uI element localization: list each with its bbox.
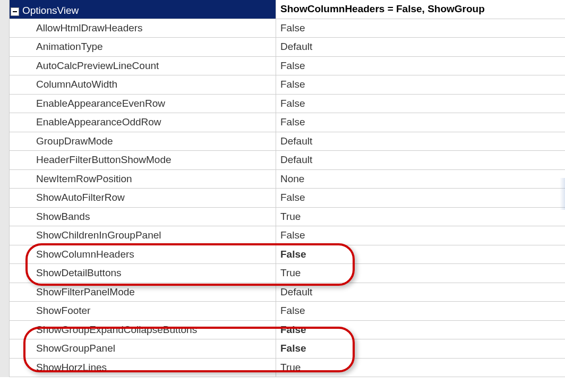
property-value: Default: [280, 41, 312, 53]
property-value-cell[interactable]: False: [276, 19, 565, 38]
category-summary: ShowColumnHeaders = False, ShowGroup: [280, 3, 485, 15]
grid-gutter: [0, 0, 10, 377]
property-name-cell: ShowColumnHeaders: [10, 245, 276, 264]
property-grid: OptionsView ShowColumnHeaders = False, S…: [0, 0, 565, 377]
property-value: False: [280, 79, 305, 90]
property-row[interactable]: ShowGroupPanelFalse: [10, 339, 565, 359]
category-name: OptionsView: [21, 5, 79, 16]
property-row[interactable]: ShowColumnHeadersFalse: [10, 245, 565, 265]
property-name: ColumnAutoWidth: [36, 79, 117, 90]
property-value-cell[interactable]: False: [276, 226, 565, 245]
property-name-cell: ShowChildrenInGroupPanel: [10, 226, 276, 245]
property-value: Default: [280, 154, 312, 166]
property-row[interactable]: GroupDrawModeDefault: [10, 132, 565, 151]
property-value: False: [280, 324, 306, 336]
property-value: False: [280, 116, 305, 128]
property-name: ShowDetailButtons: [36, 267, 122, 279]
property-value-cell[interactable]: False: [276, 339, 565, 358]
property-name: ShowHorzLines: [36, 362, 107, 373]
property-name-cell: NewItemRowPosition: [10, 170, 276, 189]
property-name-cell: AnimationType: [10, 38, 276, 56]
property-name-cell: ShowAutoFilterRow: [10, 189, 276, 207]
property-row[interactable]: EnableAppearanceOddRowFalse: [10, 113, 565, 132]
property-value-cell[interactable]: True: [276, 359, 565, 377]
property-name: HeaderFilterButtonShowMode: [36, 154, 172, 166]
property-value: False: [280, 22, 305, 34]
property-value-cell[interactable]: Default: [276, 132, 565, 151]
property-row[interactable]: ShowFooterFalse: [10, 302, 565, 321]
property-name: ShowBands: [36, 211, 90, 223]
property-value: True: [280, 362, 301, 373]
property-name: GroupDrawMode: [36, 135, 113, 147]
property-value-cell[interactable]: False: [276, 321, 565, 339]
property-name: AnimationType: [36, 41, 103, 53]
property-value: False: [280, 343, 306, 354]
property-row[interactable]: ShowBandsTrue: [10, 208, 565, 227]
category-summary-cell: ShowColumnHeaders = False, ShowGroup: [276, 0, 565, 19]
property-name-cell: EnableAppearanceEvenRow: [10, 95, 276, 113]
property-row[interactable]: EnableAppearanceEvenRowFalse: [10, 95, 565, 114]
property-value-cell[interactable]: False: [276, 95, 565, 113]
property-value: False: [280, 98, 305, 109]
property-value-cell[interactable]: False: [276, 189, 565, 207]
property-value: False: [280, 305, 305, 317]
scroll-hint: [560, 178, 565, 210]
property-row[interactable]: AllowHtmlDrawHeadersFalse: [10, 19, 565, 38]
property-name-cell: ShowFooter: [10, 302, 276, 320]
collapse-icon[interactable]: [11, 7, 19, 16]
property-name: AutoCalcPreviewLineCount: [36, 60, 159, 72]
property-value-cell[interactable]: False: [276, 302, 565, 320]
property-name-cell: HeaderFilterButtonShowMode: [10, 151, 276, 169]
property-row[interactable]: ShowHorzLinesTrue: [10, 359, 565, 378]
property-value: False: [280, 229, 305, 241]
property-row[interactable]: NewItemRowPositionNone: [10, 170, 565, 189]
property-value-cell[interactable]: False: [276, 245, 565, 264]
property-name-cell: AutoCalcPreviewLineCount: [10, 57, 276, 75]
property-name: ShowFooter: [36, 305, 90, 317]
property-name-cell: EnableAppearanceOddRow: [10, 113, 276, 132]
property-value: False: [280, 249, 306, 260]
property-row[interactable]: ShowFilterPanelModeDefault: [10, 283, 565, 302]
property-value-cell[interactable]: Default: [276, 38, 565, 56]
property-name: ShowGroupExpandCollapseButtons: [36, 324, 197, 336]
category-name-cell: OptionsView: [10, 0, 276, 19]
property-name: EnableAppearanceOddRow: [36, 116, 161, 128]
property-value-cell[interactable]: True: [276, 208, 565, 226]
property-name-cell: GroupDrawMode: [10, 132, 276, 151]
property-row[interactable]: ColumnAutoWidthFalse: [10, 75, 565, 95]
property-value-cell[interactable]: Default: [276, 283, 565, 302]
property-name: ShowGroupPanel: [36, 343, 115, 354]
property-value: Default: [280, 286, 312, 298]
property-row[interactable]: ShowDetailButtonsTrue: [10, 264, 565, 283]
property-value: True: [280, 267, 301, 279]
property-name: ShowAutoFilterRow: [36, 192, 125, 203]
property-name: ShowChildrenInGroupPanel: [36, 229, 161, 241]
property-value: Default: [280, 135, 312, 147]
property-name-cell: ColumnAutoWidth: [10, 75, 276, 94]
property-row[interactable]: HeaderFilterButtonShowModeDefault: [10, 151, 565, 170]
property-row[interactable]: AutoCalcPreviewLineCountFalse: [10, 57, 565, 76]
property-value: False: [280, 192, 305, 203]
property-value: None: [280, 173, 304, 185]
category-row[interactable]: OptionsView ShowColumnHeaders = False, S…: [10, 0, 565, 19]
property-value-cell[interactable]: True: [276, 264, 565, 283]
property-value-cell[interactable]: False: [276, 113, 565, 132]
property-name-cell: ShowGroupExpandCollapseButtons: [10, 321, 276, 339]
property-value-cell[interactable]: False: [276, 75, 565, 94]
property-name: ShowColumnHeaders: [36, 249, 134, 260]
property-value-cell[interactable]: Default: [276, 151, 565, 169]
property-row[interactable]: ShowAutoFilterRowFalse: [10, 189, 565, 208]
property-name-cell: ShowBands: [10, 208, 276, 226]
property-row[interactable]: ShowChildrenInGroupPanelFalse: [10, 226, 565, 245]
property-row[interactable]: AnimationTypeDefault: [10, 38, 565, 57]
property-name-cell: ShowDetailButtons: [10, 264, 276, 283]
property-row[interactable]: ShowGroupExpandCollapseButtonsFalse: [10, 321, 565, 340]
property-value: True: [280, 211, 301, 223]
property-name: ShowFilterPanelMode: [36, 286, 135, 298]
property-value-cell[interactable]: False: [276, 57, 565, 75]
property-name-cell: ShowFilterPanelMode: [10, 283, 276, 302]
property-name-cell: AllowHtmlDrawHeaders: [10, 19, 276, 38]
property-value-cell[interactable]: None: [276, 170, 565, 189]
property-name-cell: ShowHorzLines: [10, 359, 276, 377]
property-name: NewItemRowPosition: [36, 173, 132, 185]
